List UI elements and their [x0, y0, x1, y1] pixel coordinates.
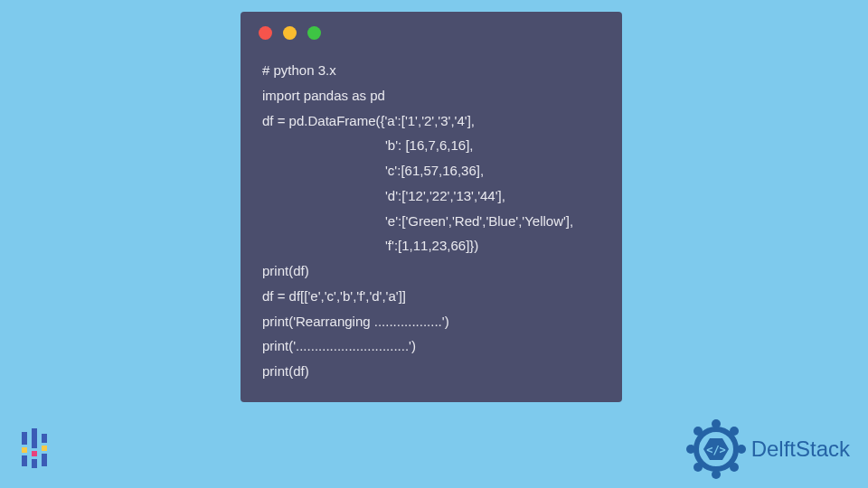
code-line: 'e':['Green','Red','Blue','Yellow'], — [262, 209, 573, 234]
svg-text:</>: </> — [706, 444, 726, 456]
svg-rect-20 — [693, 447, 698, 451]
code-line: print(df) — [262, 263, 309, 278]
code-line: import pandas as pd — [262, 88, 385, 103]
code-line: 'f':[1,11,23,66]}) — [262, 233, 478, 258]
delftstack-logo: </> DelftStack — [684, 418, 850, 481]
code-window: # python 3.x import pandas as pd df = pd… — [241, 12, 622, 402]
svg-rect-8 — [42, 454, 47, 466]
svg-rect-3 — [32, 428, 37, 448]
code-line: df = df[['e','c','b','f','d','a']] — [262, 288, 406, 304]
code-content: # python 3.x import pandas as pd df = pd… — [241, 51, 622, 400]
bars-logo-icon — [18, 427, 61, 470]
code-line: 'd':['12','22','13','44'], — [262, 183, 505, 209]
delftstack-emblem-icon: </> — [684, 418, 748, 481]
svg-rect-19 — [714, 467, 718, 473]
minimize-dot-icon — [283, 26, 297, 40]
svg-rect-5 — [32, 459, 37, 468]
code-line: 'b': [16,7,6,16], — [262, 133, 473, 158]
svg-rect-0 — [22, 432, 27, 445]
svg-rect-18 — [714, 426, 718, 431]
code-line: df = pd.DataFrame({'a':['1','2','3','4']… — [262, 113, 475, 128]
svg-rect-21 — [734, 447, 740, 451]
code-line: print('..............................') — [262, 338, 416, 353]
code-line: # python 3.x — [262, 62, 336, 78]
window-controls — [241, 12, 622, 51]
code-line: print(df) — [262, 363, 309, 379]
svg-rect-7 — [42, 446, 47, 451]
svg-rect-4 — [32, 451, 37, 456]
svg-rect-2 — [22, 455, 27, 466]
close-dot-icon — [259, 26, 272, 40]
svg-rect-6 — [42, 434, 47, 443]
code-line: 'c':[61,57,16,36], — [262, 158, 484, 183]
maximize-dot-icon — [307, 26, 321, 40]
delftstack-brand-text: DelftStack — [751, 436, 850, 462]
code-line: print('Rearranging ..................') — [262, 314, 449, 329]
svg-rect-1 — [22, 447, 27, 453]
